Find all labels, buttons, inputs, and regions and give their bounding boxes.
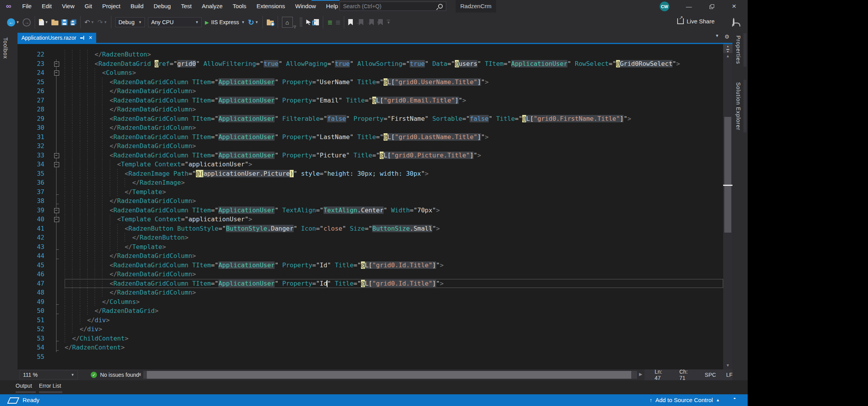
code-line-46[interactable]: 46</RadzenDataGridColumn> xyxy=(18,270,723,279)
minimize-button[interactable]: — xyxy=(680,0,698,12)
outline-margin[interactable] xyxy=(51,50,65,59)
add-to-source-control-button[interactable]: ↑ Add to Source Control ▲ xyxy=(650,397,720,403)
save-all-button[interactable] xyxy=(69,16,77,29)
code-text[interactable]: </div> xyxy=(65,316,723,325)
outline-margin[interactable] xyxy=(51,178,65,187)
format-selection-button[interactable]: ≣ xyxy=(334,16,341,29)
code-line-33[interactable]: 33<RadzenDataGridColumn TItem="Applicati… xyxy=(18,151,723,160)
code-text[interactable]: <RadzenButton ButtonStyle="ButtonStyle.D… xyxy=(65,224,723,233)
debug-target-combo[interactable]: Debug▼ xyxy=(115,17,145,27)
outline-margin[interactable] xyxy=(51,343,65,352)
toggle-bookmark-button[interactable] xyxy=(347,16,354,29)
menu-item-extensions[interactable]: Extensions xyxy=(252,0,290,12)
tab-list-dropdown-icon[interactable]: ▼ xyxy=(715,34,719,40)
issues-indicator[interactable]: ✓ No issues found xyxy=(91,370,139,380)
background-tasks-icon[interactable] xyxy=(7,397,19,404)
outline-margin[interactable] xyxy=(51,141,65,151)
redo-button[interactable]: ↷▼ xyxy=(96,16,108,29)
scroll-right-icon[interactable]: ▶ xyxy=(639,372,642,377)
search-box[interactable]: Search (Ctrl+Q) xyxy=(340,2,446,11)
outline-margin[interactable] xyxy=(51,297,65,307)
code-line-28[interactable]: 28</RadzenDataGridColumn> xyxy=(18,105,723,114)
collapse-box-icon[interactable] xyxy=(54,217,59,222)
menu-item-project[interactable]: Project xyxy=(97,0,125,12)
code-text[interactable]: </Columns> xyxy=(65,297,723,307)
menu-item-analyze[interactable]: Analyze xyxy=(197,0,227,12)
code-line-47[interactable]: 47<RadzenDataGridColumn TItem="Applicati… xyxy=(18,279,723,288)
scroll-down-icon[interactable]: ▼ xyxy=(723,363,732,369)
menu-item-view[interactable]: View xyxy=(57,0,79,12)
editor-options-gear-icon[interactable]: ⚙ xyxy=(724,34,729,40)
code-text[interactable]: </Template> xyxy=(65,242,723,252)
code-text[interactable]: </RadzenDataGridColumn> xyxy=(65,123,723,132)
code-text[interactable]: <RadzenDataGridColumn TItem="Application… xyxy=(65,114,723,124)
code-line-34[interactable]: 34<Template Context="applicationUser"> xyxy=(18,160,723,169)
outline-margin[interactable] xyxy=(51,215,65,224)
outline-margin[interactable] xyxy=(51,105,65,114)
code-line-24[interactable]: 24<Columns> xyxy=(18,68,723,78)
code-line-26[interactable]: 26</RadzenDataGridColumn> xyxy=(18,86,723,96)
start-debug-button[interactable]: ▶IIS Express▼ xyxy=(204,16,246,29)
code-line-44[interactable]: 44</RadzenDataGridColumn> xyxy=(18,251,723,261)
code-line-39[interactable]: 39<RadzenDataGridColumn TItem="Applicati… xyxy=(18,206,723,215)
menu-item-tools[interactable]: Tools xyxy=(228,0,252,12)
code-text[interactable]: </RadzenDataGridColumn> xyxy=(65,270,723,279)
code-line-36[interactable]: 36</RadzenImage> xyxy=(18,178,723,187)
clear-bookmarks-button[interactable]: × xyxy=(376,16,384,29)
next-bookmark-button[interactable]: → xyxy=(365,16,375,29)
prev-bookmark-button[interactable]: ← xyxy=(355,16,364,29)
code-text[interactable]: </RadzenDataGridColumn> xyxy=(65,288,723,297)
code-text[interactable]: <RadzenDataGridColumn TItem="Application… xyxy=(65,132,723,142)
outline-margin[interactable] xyxy=(51,123,65,132)
outline-margin[interactable] xyxy=(51,206,65,215)
code-line-25[interactable]: 25<RadzenDataGridColumn TItem="Applicati… xyxy=(18,78,723,87)
code-text[interactable]: <RadzenDataGridColumn TItem="Application… xyxy=(65,96,723,105)
code-line-30[interactable]: 30</RadzenDataGridColumn> xyxy=(18,123,723,132)
outline-margin[interactable] xyxy=(51,59,65,69)
vertical-scroll-thumb[interactable] xyxy=(724,117,731,233)
code-text[interactable]: </RadzenDataGridColumn> xyxy=(65,86,723,96)
outline-margin[interactable] xyxy=(51,325,65,334)
navigate-forward-button[interactable]: → xyxy=(21,16,32,29)
code-text[interactable]: </RadzenDataGridColumn> xyxy=(65,105,723,114)
outline-margin[interactable] xyxy=(51,96,65,105)
code-line-54[interactable]: 54</RadzenContent> xyxy=(18,343,723,352)
panel-tab-error-list[interactable]: Error List xyxy=(39,383,61,389)
code-line-43[interactable]: 43</Template> xyxy=(18,242,723,252)
outline-margin[interactable] xyxy=(51,151,65,160)
outline-margin[interactable] xyxy=(51,316,65,325)
code-text[interactable]: </RadzenDataGridColumn> xyxy=(65,141,723,151)
outline-margin[interactable] xyxy=(51,261,65,270)
outline-margin[interactable] xyxy=(51,86,65,96)
sidebar-tab-toolbox[interactable]: Toolbox xyxy=(1,35,10,61)
outline-margin[interactable] xyxy=(51,306,65,316)
code-text[interactable]: <RadzenDataGrid @ref="grid0" AllowFilter… xyxy=(65,59,723,69)
scroll-left-icon[interactable]: ◀ xyxy=(137,372,141,377)
scroll-up-icon[interactable]: ▲ xyxy=(723,54,732,60)
code-text[interactable]: </RadzenDataGridColumn> xyxy=(65,251,723,261)
code-line-55[interactable]: 55 xyxy=(18,352,723,362)
sync-active-document-button[interactable] xyxy=(313,16,320,29)
save-button[interactable] xyxy=(60,16,69,29)
code-line-51[interactable]: 51</div> xyxy=(18,316,723,325)
code-text[interactable]: <RadzenDataGridColumn TItem="Application… xyxy=(65,206,723,215)
code-text[interactable]: </RadzenButton> xyxy=(65,50,723,59)
code-text[interactable]: </RadzenDataGrid> xyxy=(65,306,723,316)
horizontal-scrollbar[interactable] xyxy=(143,371,637,379)
live-share-button[interactable]: Live Share xyxy=(677,18,715,25)
code-line-35[interactable]: 35<RadzenImage Path="@(applicationUser.P… xyxy=(18,169,723,178)
collapse-box-icon[interactable] xyxy=(54,208,59,213)
code-line-52[interactable]: 52</div> xyxy=(18,325,723,334)
outline-margin[interactable] xyxy=(51,169,65,178)
code-line-50[interactable]: 50</RadzenDataGrid> xyxy=(18,306,723,316)
code-line-29[interactable]: 29<RadzenDataGridColumn TItem="Applicati… xyxy=(18,114,723,124)
undo-button[interactable]: ↶▼ xyxy=(83,16,95,29)
menu-item-window[interactable]: Window xyxy=(290,0,321,12)
new-file-button[interactable]: ✶▼ xyxy=(38,16,49,29)
tab-applicationusers-razor[interactable]: ApplicationUsers.razor × xyxy=(18,33,96,43)
outline-margin[interactable] xyxy=(51,78,65,87)
restore-button[interactable] xyxy=(702,0,720,12)
toolbar-grip[interactable] xyxy=(299,17,303,27)
outline-margin[interactable] xyxy=(51,68,65,78)
code-line-22[interactable]: 22</RadzenButton> xyxy=(18,50,723,59)
